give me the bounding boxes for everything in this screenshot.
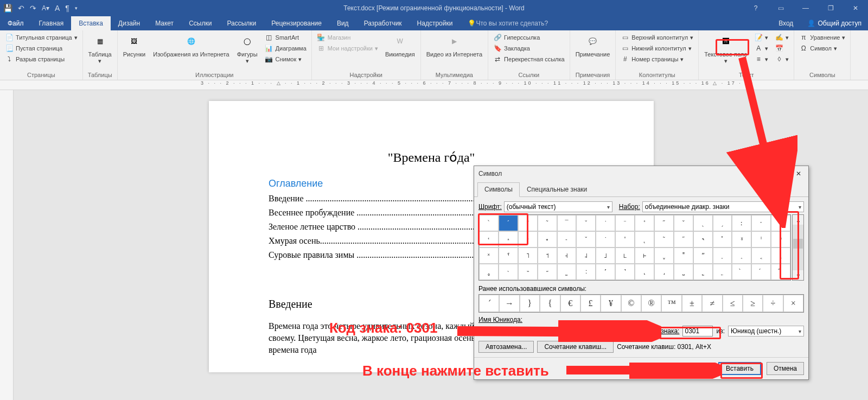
text-btn-1[interactable]: 📝▾ xyxy=(752,33,770,42)
recent-char-cell[interactable]: ˊ xyxy=(479,295,499,312)
char-cell[interactable]: ː xyxy=(732,215,751,231)
char-cell[interactable]: ˼ xyxy=(654,264,674,280)
text-btn-2[interactable]: A▾ xyxy=(752,43,770,53)
tab-references[interactable]: Ссылки xyxy=(181,16,219,30)
tab-view[interactable]: Вид xyxy=(329,16,356,30)
tab-design[interactable]: Дизайн xyxy=(111,16,148,30)
undo-icon[interactable]: ↶ xyxy=(18,4,24,12)
hyperlink-button[interactable]: 🔗Гиперссылка xyxy=(492,33,566,42)
char-cell[interactable]: ˪ xyxy=(615,247,635,264)
qat-more-icon[interactable]: ▾ xyxy=(75,5,78,11)
recent-char-cell[interactable]: ≠ xyxy=(702,295,722,312)
char-cell[interactable]: ˴ xyxy=(499,264,518,280)
char-cell[interactable]: ˭ xyxy=(674,247,693,264)
recent-grid[interactable]: ˊ→}{€£¥©®™±≠≤≥÷× xyxy=(478,294,804,313)
maximize-button[interactable]: ❐ xyxy=(818,0,843,16)
chart-button[interactable]: 📊Диаграмма xyxy=(263,43,308,53)
char-cell[interactable]: ˳ xyxy=(479,264,499,280)
char-cell[interactable]: ˯ xyxy=(713,247,732,264)
cover-page-button[interactable]: 📄Титульная страница ▾ xyxy=(3,33,79,42)
char-cell[interactable]: ˧ xyxy=(557,247,577,264)
tab-mailings[interactable]: Рассылки xyxy=(219,16,264,30)
text-btn-4[interactable]: ✍▾ xyxy=(773,33,790,42)
online-pictures-button[interactable]: 🌐Изображения из Интернета xyxy=(150,31,232,71)
char-cell[interactable]: ́ xyxy=(751,264,771,280)
autocorrect-button[interactable]: Автозамена... xyxy=(478,341,534,353)
page-number-button[interactable]: #Номер страницы ▾ xyxy=(619,54,695,64)
my-addins-button[interactable]: ⊞Мои надстройки ▾ xyxy=(315,43,380,53)
scroll-down-icon[interactable]: ▾ xyxy=(793,270,803,280)
tab-home[interactable]: Главная xyxy=(31,16,72,30)
char-cell[interactable]: ˦ xyxy=(538,247,557,264)
tell-me[interactable]: 💡 Что вы хотите сделать? xyxy=(460,16,556,30)
cancel-button[interactable]: Отмена xyxy=(767,362,804,375)
recent-char-cell[interactable]: ≤ xyxy=(723,295,743,312)
char-cell[interactable]: ˷ xyxy=(557,264,577,280)
char-cell[interactable]: ˵ xyxy=(518,264,538,280)
char-cell[interactable]: ˻ xyxy=(635,264,654,280)
char-cell[interactable]: ˟ xyxy=(713,231,732,247)
char-cell[interactable]: ˸ xyxy=(576,264,596,280)
recent-char-cell[interactable]: × xyxy=(783,295,803,312)
char-cell[interactable]: ˕ xyxy=(518,231,538,247)
recent-char-cell[interactable]: € xyxy=(560,295,580,312)
screenshot-button[interactable]: 📷Снимок ▾ xyxy=(263,54,308,64)
char-cell[interactable]: ˽ xyxy=(674,264,693,280)
tab-insert[interactable]: Вставка xyxy=(71,16,111,30)
char-cell[interactable]: ˞ xyxy=(693,231,713,247)
char-cell[interactable]: ˝ xyxy=(674,231,693,247)
char-cell[interactable]: ˋ xyxy=(479,215,499,231)
char-cell[interactable]: ˣ xyxy=(479,247,499,264)
char-cell[interactable]: ˰ xyxy=(732,247,751,264)
dialog-close-button[interactable]: ✕ xyxy=(793,170,804,177)
char-cell[interactable]: ˚ xyxy=(635,215,654,231)
horizontal-ruler[interactable]: 3 · · · 2 · · · 1 · · · △ · · 1 · · · 2 … xyxy=(0,80,868,90)
char-cell[interactable]: ˚ xyxy=(615,231,635,247)
smartart-button[interactable]: ◫SmartArt xyxy=(263,33,308,42)
char-cell[interactable]: ˝ xyxy=(654,215,674,231)
char-cell[interactable]: ˱ xyxy=(751,247,771,264)
char-cell[interactable]: ˬ xyxy=(654,247,674,264)
vertical-ruler[interactable] xyxy=(0,90,14,400)
char-cell[interactable]: ˿ xyxy=(713,264,732,280)
bookmark-button[interactable]: 🔖Закладка xyxy=(492,43,566,53)
character-grid[interactable]: ˋ´ˆ˜¯˘˙¨˚˝ˇˎˏːˑ˒˓˔˕˖˗˘˙˚˛˜˝˞˟ˠˡˢˣˤ˥˦˧˨˩˪… xyxy=(478,214,791,281)
save-icon[interactable]: 💾 xyxy=(3,4,12,12)
recent-char-cell[interactable]: ≥ xyxy=(743,295,763,312)
char-cell[interactable]: ˲ xyxy=(771,247,790,264)
tab-review[interactable]: Рецензирование xyxy=(264,16,329,30)
recent-char-cell[interactable]: ÷ xyxy=(763,295,783,312)
tab-addins[interactable]: Надстройки xyxy=(410,16,461,30)
char-cell[interactable]: ̂ xyxy=(771,264,790,280)
header-button[interactable]: ▭Верхний колонтитул ▾ xyxy=(619,33,695,42)
textbox-button[interactable]: 🅰Текстовое поле▾ xyxy=(701,31,750,71)
char-cell[interactable]: ˛ xyxy=(635,231,654,247)
char-cell[interactable]: ˤ xyxy=(499,247,518,264)
online-video-button[interactable]: ▶Видео из Интернета xyxy=(423,31,486,71)
char-cell[interactable]: ˘ xyxy=(576,231,596,247)
char-cell[interactable]: ˙ xyxy=(596,215,615,231)
char-cell[interactable]: ˹ xyxy=(596,264,615,280)
qat-icon[interactable]: A xyxy=(55,4,60,12)
recent-char-cell[interactable]: © xyxy=(621,295,641,312)
char-cell[interactable]: ˘ xyxy=(576,215,596,231)
text-btn-6[interactable]: ◊▾ xyxy=(773,54,790,64)
wikipedia-button[interactable]: WВикипедия xyxy=(382,31,418,71)
char-cell[interactable]: ˇ xyxy=(674,215,693,231)
recent-char-cell[interactable]: £ xyxy=(580,295,601,312)
char-cell[interactable]: ˓ xyxy=(479,231,499,247)
symbol-button[interactable]: ΩСимвол ▾ xyxy=(797,43,847,53)
char-cell[interactable]: ˆ xyxy=(518,215,538,231)
char-cell[interactable]: ˩ xyxy=(596,247,615,264)
page-break-button[interactable]: ⤵Разрыв страницы xyxy=(3,54,79,64)
char-cell[interactable]: ´ xyxy=(499,215,518,231)
footer-button[interactable]: ▭Нижний колонтитул ▾ xyxy=(619,43,695,53)
char-cell[interactable]: ˑ xyxy=(751,215,771,231)
char-cell[interactable]: ˏ xyxy=(713,215,732,231)
char-cell[interactable]: ˥ xyxy=(518,247,538,264)
char-cell[interactable]: ˗ xyxy=(557,231,577,247)
subset-select[interactable]: объединенные диакр. знаки xyxy=(642,201,804,212)
blank-page-button[interactable]: 📃Пустая страница xyxy=(3,43,79,53)
table-button[interactable]: ▦Таблица▾ xyxy=(85,31,115,71)
char-cell[interactable]: ˺ xyxy=(615,264,635,280)
